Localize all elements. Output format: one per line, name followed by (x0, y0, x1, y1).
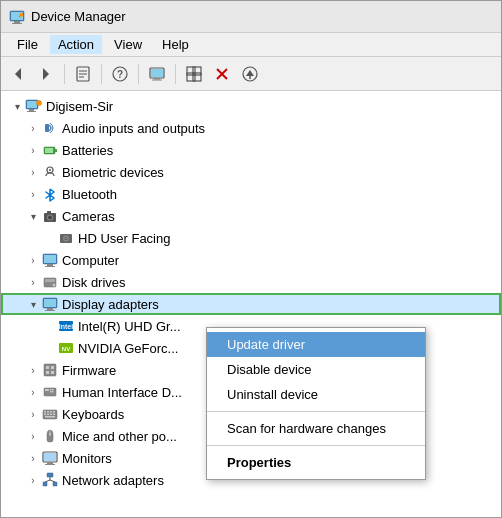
forward-button[interactable] (33, 61, 59, 87)
context-uninstall-device[interactable]: Uninstall device (207, 382, 425, 407)
svg-rect-20 (187, 73, 195, 81)
monitor-button[interactable] (144, 61, 170, 87)
monitors-icon (41, 449, 59, 467)
svg-point-84 (49, 433, 51, 435)
root-label: Digisem-Sir (46, 99, 113, 114)
svg-rect-70 (52, 389, 54, 391)
delete-button[interactable] (209, 61, 235, 87)
svg-rect-78 (44, 414, 46, 416)
nvidia-expand-icon (41, 340, 57, 356)
hd-icon (57, 229, 75, 247)
tree-item-disk[interactable]: › Disk drives (1, 271, 501, 293)
tree-item-bluetooth[interactable]: › Bluetooth (1, 183, 501, 205)
svg-marker-7 (43, 68, 49, 80)
root-icon (25, 97, 43, 115)
help-button[interactable]: ? (107, 61, 133, 87)
svg-rect-88 (45, 464, 55, 465)
hid-icon (41, 383, 59, 401)
svg-rect-18 (187, 67, 195, 75)
svg-rect-79 (47, 414, 49, 416)
bluetooth-label: Bluetooth (62, 187, 117, 202)
network-label: Network adapters (62, 473, 164, 488)
biometric-expand-icon: › (25, 164, 41, 180)
computer-expand-icon: › (25, 252, 41, 268)
svg-point-53 (53, 284, 56, 287)
context-update-driver[interactable]: Update driver (207, 332, 425, 357)
svg-rect-33 (45, 124, 49, 132)
firmware-label: Firmware (62, 363, 116, 378)
svg-rect-28 (27, 101, 37, 108)
svg-rect-30 (27, 111, 36, 112)
tree-item-computer[interactable]: › Computer (1, 249, 501, 271)
tree-item-biometric[interactable]: › Biometric devices (1, 161, 501, 183)
mice-icon (41, 427, 59, 445)
tree-item-hd-user-facing[interactable]: HD User Facing (1, 227, 501, 249)
menu-view[interactable]: View (106, 35, 150, 54)
svg-rect-76 (50, 411, 52, 413)
svg-rect-74 (44, 411, 46, 413)
root-expand-icon: ▾ (9, 98, 25, 114)
device-manager-window: Device Manager File Action View Help (0, 0, 502, 518)
svg-rect-68 (45, 389, 49, 391)
svg-rect-36 (45, 148, 53, 153)
scan-button[interactable] (181, 61, 207, 87)
svg-rect-90 (43, 482, 47, 486)
keyboards-icon (41, 405, 59, 423)
toolbar-sep-2 (101, 64, 102, 84)
title-bar: Device Manager (1, 1, 501, 33)
network-expand-icon: › (25, 472, 41, 488)
svg-rect-19 (193, 67, 201, 75)
tree-item-batteries[interactable]: › Batteries (1, 139, 501, 161)
disk-expand-icon: › (25, 274, 41, 290)
context-properties[interactable]: Properties (207, 450, 425, 475)
svg-rect-69 (50, 389, 52, 391)
disk-icon (41, 273, 59, 291)
properties-button[interactable] (70, 61, 96, 87)
firmware-expand-icon: › (25, 362, 41, 378)
toolbar-sep-4 (175, 64, 176, 84)
intel-expand-icon (41, 318, 57, 334)
menu-file[interactable]: File (9, 35, 46, 54)
update-button[interactable] (237, 61, 263, 87)
svg-line-93 (45, 480, 50, 482)
menu-help[interactable]: Help (154, 35, 197, 54)
context-scan-changes[interactable]: Scan for hardware changes (207, 416, 425, 441)
tree-item-audio[interactable]: › Audio inputs and outputs (1, 117, 501, 139)
svg-rect-52 (45, 279, 55, 282)
svg-rect-29 (29, 109, 34, 111)
tree-item-display-adapters[interactable]: ▾ Display adapters (1, 293, 501, 315)
display-expand-icon: ▾ (25, 296, 41, 312)
cameras-expand-icon: ▾ (25, 208, 41, 224)
svg-rect-66 (51, 371, 54, 374)
back-button[interactable] (5, 61, 31, 87)
svg-rect-75 (47, 411, 49, 413)
svg-rect-63 (46, 366, 49, 369)
keyboards-label: Keyboards (62, 407, 124, 422)
context-disable-device[interactable]: Disable device (207, 357, 425, 382)
svg-rect-56 (47, 308, 53, 310)
svg-marker-6 (15, 68, 21, 80)
svg-marker-25 (246, 70, 254, 76)
computer-label: Computer (62, 253, 119, 268)
svg-rect-16 (154, 78, 160, 80)
hid-expand-icon: › (25, 384, 41, 400)
batteries-label: Batteries (62, 143, 113, 158)
monitors-label: Monitors (62, 451, 112, 466)
nvidia-label: NVIDIA GeForc... (78, 341, 178, 356)
tree-root[interactable]: ▾ Digisem-Sir (1, 95, 501, 117)
menu-action[interactable]: Action (50, 35, 102, 54)
hid-label: Human Interface D... (62, 385, 182, 400)
svg-rect-80 (50, 414, 52, 416)
svg-rect-77 (53, 411, 55, 413)
svg-rect-3 (12, 23, 22, 24)
bluetooth-icon (41, 185, 59, 203)
toolbar-sep-1 (64, 64, 65, 84)
hd-expand-icon (41, 230, 57, 246)
svg-line-94 (50, 480, 55, 482)
tree-item-cameras[interactable]: ▾ Cameras (1, 205, 501, 227)
cameras-label: Cameras (62, 209, 115, 224)
network-icon (41, 471, 59, 489)
menu-bar: File Action View Help (1, 33, 501, 57)
context-sep-1 (207, 411, 425, 412)
svg-rect-64 (51, 366, 54, 369)
